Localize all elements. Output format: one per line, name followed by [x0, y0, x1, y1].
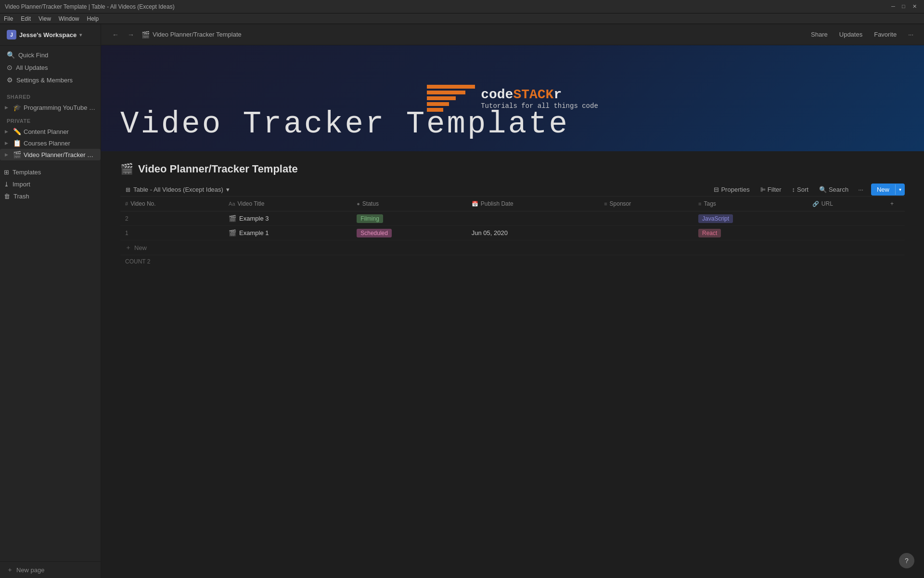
close-btn[interactable]: ✕ — [912, 3, 919, 10]
page-icon: 🎓 — [13, 104, 21, 111]
properties-button[interactable]: ⊟ Properties — [709, 184, 754, 196]
question-mark-icon: ? — [905, 557, 909, 565]
sidebar-nav: 🔍 Quick Find ⊙ All Updates ⚙ Settings & … — [0, 46, 101, 89]
search-button[interactable]: 🔍 Search — [814, 184, 853, 196]
favorite-button[interactable]: Favorite — [871, 29, 899, 40]
col-header-publish-date: 📅 Publish Date — [467, 197, 599, 211]
menu-help[interactable]: Help — [87, 15, 99, 22]
page-heading: 🎬 Video Planner/Tracker Template — [120, 163, 905, 175]
db-view-label: Table - All Videos (Except Ideas) — [133, 186, 223, 193]
app-layout: J Jesse's Workspace ▾ 🔍 Quick Find ⊙ All… — [0, 24, 924, 578]
content-area: 🎬 Video Planner/Tracker Template ⊞ Table… — [101, 151, 924, 578]
window-title: Video Planner/Tracker Template | Table -… — [5, 3, 175, 10]
cell-url — [808, 211, 886, 226]
quick-find-label: Quick Find — [18, 52, 48, 59]
gear-icon: ⚙ — [7, 76, 13, 84]
back-button[interactable]: ← — [109, 28, 122, 41]
col-header-tags: ≡ Tags — [693, 197, 808, 211]
all-updates-label: All Updates — [16, 64, 48, 71]
count-label: COUNT — [125, 258, 145, 265]
sidebar-item-programming[interactable]: ▶ 🎓 Programming YouTube Maste... — [0, 102, 101, 113]
updates-button[interactable]: Updates — [836, 29, 865, 40]
banner: codeSTACKr Tutorials for all things code… — [101, 45, 924, 151]
updates-icon: ⊙ — [7, 64, 13, 71]
plus-icon: ＋ — [125, 243, 131, 252]
main-content: ← → 🎬 Video Planner/Tracker Template Sha… — [101, 24, 924, 578]
count-number: 2 — [147, 258, 151, 265]
page-title-overlay: Video Tracker Template — [101, 99, 924, 151]
sidebar-item-video[interactable]: ▶ 🎬 Video Planner/Tracker Templ... — [0, 149, 101, 160]
forward-button[interactable]: → — [124, 28, 138, 41]
calendar-icon: 📅 — [472, 201, 478, 207]
sidebar: J Jesse's Workspace ▾ 🔍 Quick Find ⊙ All… — [0, 24, 101, 578]
add-row-label: New — [134, 244, 147, 251]
new-button-label[interactable]: New — [871, 184, 895, 196]
search-icon: 🔍 — [819, 186, 827, 193]
help-button[interactable]: ? — [899, 553, 914, 568]
col-header-status: ● Status — [352, 197, 467, 211]
trash-icon: 🗑 — [4, 193, 10, 200]
page-heading-title: Video Planner/Tracker Template — [138, 163, 298, 175]
add-row-button[interactable]: ＋ New — [120, 240, 905, 255]
sidebar-item-settings[interactable]: ⚙ Settings & Members — [3, 74, 98, 86]
status-badge: Scheduled — [357, 229, 392, 237]
tree-arrow-icon: ▶ — [5, 141, 11, 145]
new-page-button[interactable]: ＋ New page — [0, 561, 101, 578]
maximize-btn[interactable]: □ — [902, 3, 909, 10]
cell-url — [808, 226, 886, 240]
filter-button[interactable]: ⊫ Filter — [756, 184, 786, 196]
workspace-selector[interactable]: J Jesse's Workspace ▾ — [5, 28, 96, 41]
db-toolbar-actions: ⊟ Properties ⊫ Filter ↕ Sort 🔍 Search — [709, 184, 905, 196]
chevron-down-icon: ▾ — [79, 32, 82, 38]
count-row: COUNT 2 — [120, 255, 905, 268]
sort-label: Sort — [797, 186, 808, 193]
filter-label: Filter — [768, 186, 782, 193]
sidebar-item-trash[interactable]: 🗑 Trash — [0, 190, 101, 202]
new-button-arrow[interactable]: ▾ — [895, 184, 905, 195]
status-icon: ● — [357, 201, 360, 207]
page-title-large: Video Tracker Template — [120, 109, 569, 140]
sidebar-item-import[interactable]: ⤓ Import — [0, 178, 101, 190]
sidebar-item-courses[interactable]: ▶ 📋 Courses Planner — [0, 137, 101, 149]
page-icon: 🎬 — [229, 215, 236, 222]
breadcrumb-text: Video Planner/Tracker Template — [153, 31, 242, 38]
col-label-url: URL — [821, 200, 833, 207]
cell-extra — [886, 211, 905, 226]
sidebar-item-content[interactable]: ▶ ✏️ Content Planner — [0, 126, 101, 137]
sort-button[interactable]: ↕ Sort — [787, 184, 813, 196]
add-column-button[interactable]: + — [886, 197, 905, 211]
database-table: # Video No. Aa Video Title — [120, 196, 905, 240]
col-header-url: 🔗 URL — [808, 197, 886, 211]
topbar-nav: ← → — [109, 28, 138, 41]
sidebar-item-quick-find[interactable]: 🔍 Quick Find — [3, 49, 98, 61]
table-row[interactable]: 2 🎬 Example 3 Filming — [120, 211, 905, 226]
table-icon: ⊞ — [126, 186, 130, 193]
new-record-button[interactable]: New ▾ — [871, 184, 905, 196]
row-title-text: Example 1 — [239, 229, 269, 236]
status-badge: Filming — [357, 214, 383, 223]
db-view-selector[interactable]: ⊞ Table - All Videos (Except Ideas) ▾ — [120, 183, 235, 196]
minimize-btn[interactable]: ─ — [891, 3, 898, 10]
menu-window[interactable]: Window — [59, 15, 79, 22]
cell-status: Filming — [352, 211, 467, 226]
col-label-tags: Tags — [704, 200, 716, 207]
menu-edit[interactable]: Edit — [21, 15, 31, 22]
sidebar-item-templates[interactable]: ⊞ Templates — [0, 166, 101, 178]
sidebar-item-all-updates[interactable]: ⊙ All Updates — [3, 61, 98, 74]
settings-label: Settings & Members — [16, 77, 73, 84]
tree-arrow-icon: ▶ — [5, 105, 11, 110]
breadcrumb-icon: 🎬 — [141, 31, 150, 39]
page-heading-icon: 🎬 — [120, 163, 133, 175]
search-icon: 🔍 — [7, 51, 15, 59]
courses-label: Courses Planner — [24, 140, 96, 147]
video-label: Video Planner/Tracker Templ... — [24, 151, 96, 158]
col-label-video-title: Video Title — [238, 200, 265, 207]
menu-file[interactable]: File — [4, 15, 13, 22]
share-button[interactable]: Share — [808, 29, 831, 40]
menu-view[interactable]: View — [38, 15, 51, 22]
sort-icon: ↕ — [792, 186, 796, 193]
table-row[interactable]: 1 🎬 Example 1 Scheduled Jun 05, 2020 — [120, 226, 905, 240]
more-options-button[interactable]: ··· — [905, 29, 916, 40]
window-controls[interactable]: ─ □ ✕ — [891, 3, 919, 10]
db-more-button[interactable]: ··· — [854, 184, 867, 196]
